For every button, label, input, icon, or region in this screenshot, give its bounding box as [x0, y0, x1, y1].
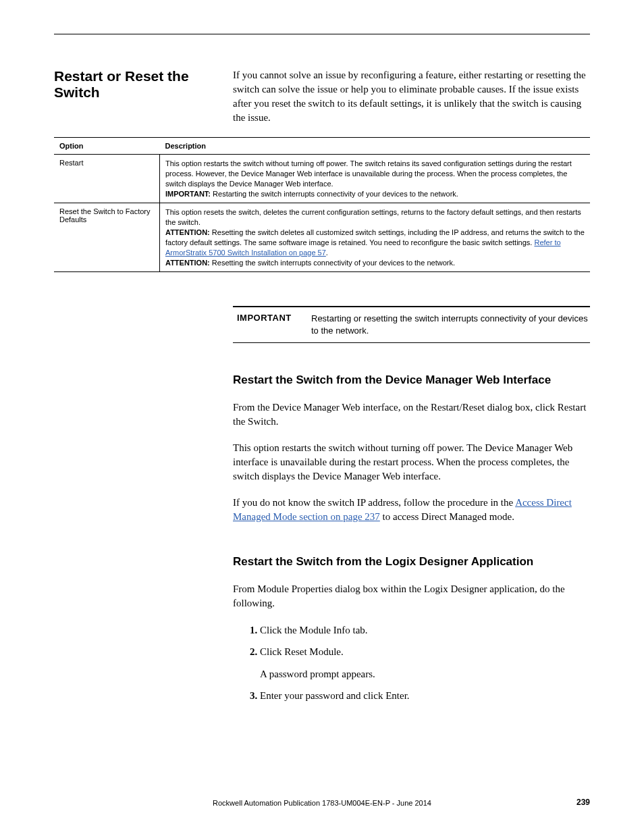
list-item: Click Reset Module. A password prompt ap…: [260, 644, 590, 681]
desc-text: .: [326, 249, 328, 257]
desc-text: This option resets the switch, deletes t…: [165, 207, 585, 228]
page-footer: Rockwell Automation Publication 1783-UM0…: [54, 799, 590, 807]
table-header-row: Option Description: [54, 138, 590, 155]
text: If you do not know the switch IP address…: [233, 497, 515, 508]
desc-attention: ATTENTION: Resetting the switch deletes …: [165, 228, 585, 258]
label-attention: ATTENTION:: [165, 228, 210, 236]
step-text: Click the Module Info tab.: [260, 625, 368, 635]
cell-desc-reset: This option resets the switch, deletes t…: [160, 203, 591, 272]
paragraph: From Module Properties dialog box within…: [233, 582, 590, 610]
important-label: IMPORTANT: [233, 313, 311, 336]
cell-option-reset: Reset the Switch to Factory Defaults: [54, 203, 160, 272]
spacer: [233, 536, 590, 555]
section-intro: If you cannot solve an issue by reconfig…: [233, 68, 590, 125]
section-top: Restart or Reset the Switch If you canno…: [54, 68, 590, 125]
list-item: Click the Module Info tab.: [260, 623, 590, 638]
subheading-restart-logix: Restart the Switch from the Logix Design…: [233, 555, 590, 569]
table-row: Reset the Switch to Factory Defaults Thi…: [54, 203, 590, 272]
label-attention: ATTENTION:: [165, 259, 210, 267]
paragraph: From the Device Manager Web interface, o…: [233, 400, 590, 429]
section-heading: Restart or Reset the Switch: [54, 68, 233, 125]
options-table: Option Description Restart This option r…: [54, 137, 590, 272]
paragraph: If you do not know the switch IP address…: [233, 496, 590, 524]
steps-list: Click the Module Info tab. Click Reset M…: [233, 623, 590, 704]
th-option: Option: [54, 138, 160, 155]
desc-text: Restarting the switch interrupts connect…: [211, 190, 458, 198]
step-text: Enter your password and click Enter.: [260, 690, 410, 701]
desc-text: This option restarts the switch without …: [165, 159, 585, 189]
list-item: Enter your password and click Enter.: [260, 688, 590, 704]
cell-option-restart: Restart: [54, 155, 160, 203]
desc-text: Resetting the switch deletes all customi…: [165, 228, 585, 246]
important-callout: IMPORTANT Restarting or resetting the sw…: [233, 306, 590, 342]
page: Troubleshoot the Switch Chapter 6 Restar…: [0, 0, 644, 834]
desc-important: IMPORTANT: Restarting the switch interru…: [165, 189, 585, 199]
desc-text: Resetting the switch interrupts connecti…: [210, 259, 455, 267]
subheading-restart-web: Restart the Switch from the Device Manag…: [233, 373, 590, 387]
header-rule: [54, 34, 590, 34]
step-sub: A password prompt appears.: [260, 667, 590, 682]
page-number: 239: [576, 798, 590, 807]
paragraph: This option restarts the switch without …: [233, 441, 590, 484]
desc-attention: ATTENTION: Resetting the switch interrup…: [165, 258, 585, 268]
step-text: Click Reset Module.: [260, 646, 344, 657]
important-body: Restarting or resetting the switch inter…: [311, 313, 590, 336]
table-row: Restart This option restarts the switch …: [54, 155, 590, 203]
publication-info: Rockwell Automation Publication 1783-UM0…: [213, 799, 431, 807]
th-description: Description: [160, 138, 591, 155]
text: to access Direct Managed mode.: [380, 511, 514, 522]
cell-desc-restart: This option restarts the switch without …: [160, 155, 591, 203]
label-important: IMPORTANT:: [165, 190, 211, 198]
content-column: IMPORTANT Restarting or resetting the sw…: [233, 306, 590, 703]
